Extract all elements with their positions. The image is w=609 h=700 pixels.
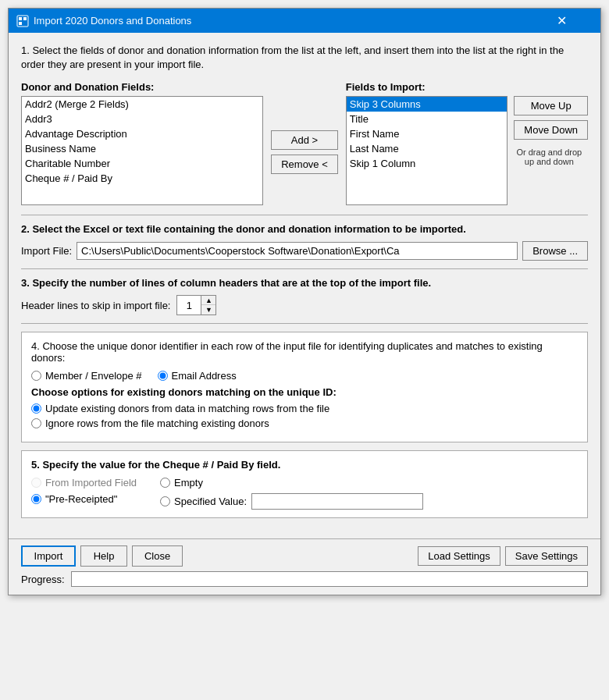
close-window-button[interactable]: ✕ xyxy=(530,13,593,28)
import-fields-item[interactable]: Last Name xyxy=(347,141,508,156)
email-address-radio-label[interactable]: Email Address xyxy=(158,370,237,382)
cheque-options-row: From Imported Field "Pre-Receipted" Empt… xyxy=(31,477,578,510)
update-existing-label[interactable]: Update existing donors from data in matc… xyxy=(31,403,329,414)
ignore-rows-text: Ignore rows from the file matching exist… xyxy=(45,418,269,429)
update-existing-radio-row: Update existing donors from data in matc… xyxy=(31,403,578,414)
email-address-radio[interactable] xyxy=(158,371,168,381)
step5-header: 5. Specify the value for the Cheque # / … xyxy=(31,459,578,471)
move-up-button[interactable]: Move Up xyxy=(514,96,588,115)
donor-fields-item[interactable]: Business Name xyxy=(22,141,262,156)
header-lines-row: Header lines to skip in import file: ▲ ▼ xyxy=(21,295,588,315)
donor-fields-label: Donor and Donation Fields: xyxy=(21,81,263,93)
content-area: 1. Select the fields of donor and donati… xyxy=(9,33,600,537)
main-window: Import 2020 Donors and Donations ✕ 1. Se… xyxy=(8,8,601,595)
existing-donors-subheading: Choose options for existing donors match… xyxy=(31,386,578,398)
drag-drop-hint: Or drag and drop up and down xyxy=(514,147,584,166)
empty-label[interactable]: Empty xyxy=(160,477,423,489)
center-buttons: Import Help Close xyxy=(21,545,183,567)
pre-receipted-label[interactable]: "Pre-Receipted" xyxy=(31,493,137,505)
update-existing-radio[interactable] xyxy=(31,403,41,414)
step3-header: 3. Specify the number of lines of column… xyxy=(21,277,588,289)
header-lines-input[interactable] xyxy=(177,296,201,314)
specified-value-row: Specified Value: xyxy=(160,493,423,510)
ignore-rows-radio[interactable] xyxy=(31,418,41,428)
step4-header: 4. Choose the unique donor identifier in… xyxy=(31,340,578,364)
step1-text: 1. Select the fields of donor and donati… xyxy=(21,44,588,72)
pre-receipted-text: "Pre-Receipted" xyxy=(45,493,117,505)
import-list-wrapper: Skip 3 ColumnsTitleFirst NameLast NameSk… xyxy=(346,96,508,205)
window-icon xyxy=(16,15,29,27)
divider-3 xyxy=(21,323,588,324)
divider-2 xyxy=(21,268,588,269)
import-file-display: C:\Users\Public\Documents\Cooperstock So… xyxy=(77,242,518,260)
from-imported-radio xyxy=(31,478,41,488)
empty-text: Empty xyxy=(174,477,203,489)
title-bar: Import 2020 Donors and Donations ✕ xyxy=(9,9,600,33)
import-fields-item[interactable]: First Name xyxy=(347,126,508,141)
step2-header: 2. Select the Excel or text file contain… xyxy=(21,223,588,235)
header-lines-label: Header lines to skip in import file: xyxy=(21,300,170,311)
help-button[interactable]: Help xyxy=(80,545,127,567)
import-button[interactable]: Import xyxy=(21,545,76,567)
import-fields-item[interactable]: Skip 1 Column xyxy=(347,156,508,171)
save-settings-button[interactable]: Save Settings xyxy=(505,546,588,566)
specified-value-text: Specified Value: xyxy=(174,496,247,507)
progress-row: Progress: xyxy=(9,571,600,595)
unique-id-radio-row: Member / Envelope # Email Address xyxy=(31,370,578,382)
update-existing-text: Update existing donors from data in matc… xyxy=(45,403,329,414)
right-buttons: Load Settings Save Settings xyxy=(418,546,588,566)
import-fields-item[interactable]: Title xyxy=(347,112,508,126)
title-bar-left: Import 2020 Donors and Donations xyxy=(16,15,191,27)
cheque-col-right: Empty Specified Value: xyxy=(160,477,423,510)
specified-value-label[interactable]: Specified Value: xyxy=(160,496,247,507)
close-button[interactable]: Close xyxy=(132,545,183,567)
fields-to-import-label: Fields to Import: xyxy=(346,81,588,93)
donor-fields-column: Donor and Donation Fields: Addr2 (Merge … xyxy=(21,81,263,205)
fields-to-import-row: Skip 3 ColumnsTitleFirst NameLast NameSk… xyxy=(346,96,588,205)
svg-rect-3 xyxy=(19,22,22,25)
window-title: Import 2020 Donors and Donations xyxy=(34,15,191,27)
donor-fields-item[interactable]: Charitable Number xyxy=(22,156,262,171)
empty-radio[interactable] xyxy=(160,478,170,488)
fields-section: Donor and Donation Fields: Addr2 (Merge … xyxy=(21,81,588,205)
specified-value-radio[interactable] xyxy=(160,496,170,506)
donor-fields-listbox[interactable]: Addr2 (Merge 2 Fields)Addr3Advantage Des… xyxy=(21,96,263,205)
header-lines-spinner[interactable]: ▲ ▼ xyxy=(176,295,216,315)
fields-to-import-section: Fields to Import: Skip 3 ColumnsTitleFir… xyxy=(346,81,588,205)
progress-label: Progress: xyxy=(21,574,65,585)
cheque-col-left: From Imported Field "Pre-Receipted" xyxy=(31,477,137,505)
svg-rect-1 xyxy=(19,17,22,20)
from-imported-label[interactable]: From Imported Field xyxy=(31,477,137,489)
import-file-row: Import File: C:\Users\Public\Documents\C… xyxy=(21,241,588,261)
donor-fields-item[interactable]: Cheque # / Paid By xyxy=(22,171,262,186)
spinner-up-button[interactable]: ▲ xyxy=(201,296,215,305)
member-envelope-radio[interactable] xyxy=(31,371,41,381)
donor-fields-item[interactable]: Addr2 (Merge 2 Fields) xyxy=(22,97,262,112)
add-remove-buttons: Add > Remove < xyxy=(271,81,338,205)
import-fields-item[interactable]: Skip 3 Columns xyxy=(347,97,508,112)
import-file-label: Import File: xyxy=(21,245,72,257)
fields-to-import-listbox[interactable]: Skip 3 ColumnsTitleFirst NameLast NameSk… xyxy=(346,96,508,205)
spinner-buttons: ▲ ▼ xyxy=(201,296,215,314)
bottom-buttons-bar: Import Help Close Load Settings Save Set… xyxy=(9,538,600,571)
browse-button[interactable]: Browse ... xyxy=(522,241,588,261)
ignore-rows-radio-row: Ignore rows from the file matching exist… xyxy=(31,418,578,429)
step5-section: 5. Specify the value for the Cheque # / … xyxy=(21,450,588,518)
move-down-button[interactable]: Move Down xyxy=(514,120,588,140)
pre-receipted-radio[interactable] xyxy=(31,494,41,504)
donor-fields-item[interactable]: Advantage Description xyxy=(22,126,262,141)
add-button[interactable]: Add > xyxy=(271,130,338,150)
load-settings-button[interactable]: Load Settings xyxy=(418,546,500,566)
step3-section: 3. Specify the number of lines of column… xyxy=(21,277,588,315)
email-address-label: Email Address xyxy=(172,370,237,382)
donor-fields-item[interactable]: Addr3 xyxy=(22,112,262,126)
member-envelope-radio-label[interactable]: Member / Envelope # xyxy=(31,370,142,382)
from-imported-text: From Imported Field xyxy=(45,477,137,489)
spinner-down-button[interactable]: ▼ xyxy=(201,305,215,314)
specified-value-input[interactable] xyxy=(251,493,423,510)
divider-1 xyxy=(21,215,588,215)
ignore-rows-label[interactable]: Ignore rows from the file matching exist… xyxy=(31,418,269,429)
member-envelope-label: Member / Envelope # xyxy=(45,370,142,382)
step2-section: 2. Select the Excel or text file contain… xyxy=(21,223,588,261)
remove-button[interactable]: Remove < xyxy=(271,155,338,174)
